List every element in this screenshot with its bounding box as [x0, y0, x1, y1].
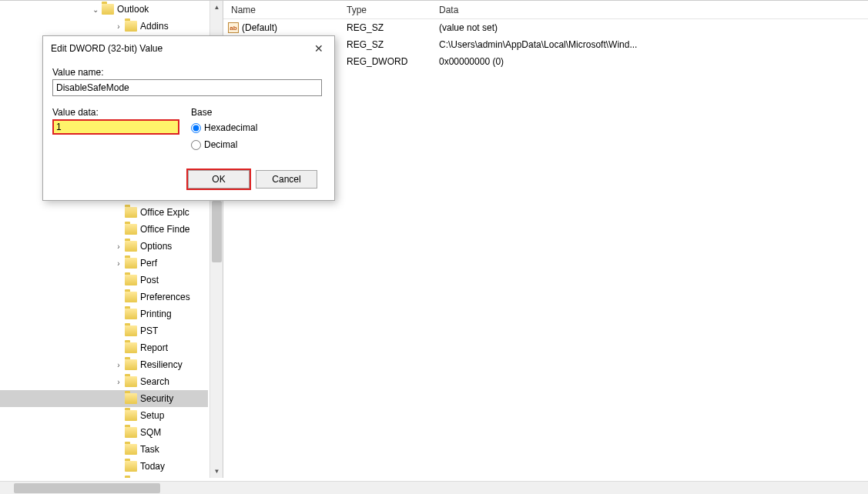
value-data-label: Value data: — [52, 107, 191, 118]
radio-hex-label: Hexadecimal — [204, 122, 257, 133]
chevron-right-icon[interactable]: › — [114, 360, 123, 369]
chevron-right-icon[interactable]: › — [114, 377, 123, 386]
dialog-title: Edit DWORD (32-bit) Value — [51, 43, 163, 54]
value-name: (Default) — [242, 22, 277, 33]
value-data: (value not set) — [439, 22, 868, 33]
folder-icon — [125, 376, 137, 387]
base-label: Base — [191, 107, 257, 118]
tree-item-outlook[interactable]: ⌄ Outlook — [0, 1, 208, 18]
value-name-label: Value name: — [52, 67, 325, 78]
radio-decimal[interactable]: Decimal — [191, 136, 257, 153]
tree-item[interactable]: ›Options — [0, 238, 208, 255]
radio-dec-input[interactable] — [191, 140, 201, 150]
radio-hexadecimal[interactable]: Hexadecimal — [191, 119, 257, 136]
folder-icon — [125, 359, 137, 370]
tree-item[interactable]: Today — [0, 458, 208, 475]
list-header: Name Type Data — [223, 1, 868, 19]
folder-icon — [125, 410, 137, 421]
scroll-up-icon[interactable]: ▲ — [210, 1, 223, 14]
value-type: REG_SZ — [347, 22, 439, 33]
value-data: 0x00000000 (0) — [439, 56, 868, 67]
tree-item[interactable]: UserInfo — [0, 475, 208, 478]
folder-icon — [125, 241, 137, 252]
folder-icon — [102, 4, 114, 15]
tree-item[interactable]: Printing — [0, 305, 208, 322]
chevron-down-icon[interactable]: ⌄ — [91, 5, 100, 14]
folder-icon — [125, 427, 137, 438]
tree-item[interactable]: Office Explc — [0, 204, 208, 221]
tree-item[interactable]: Setup — [0, 407, 208, 424]
value-data: C:\Users\admin\AppData\Local\Microsoft\W… — [439, 39, 868, 50]
folder-icon — [125, 309, 137, 319]
folder-icon — [125, 325, 137, 336]
horizontal-scrollbar[interactable] — [0, 481, 868, 494]
tree-label: Perf — [140, 258, 157, 269]
value-name-input[interactable] — [52, 79, 322, 96]
tree-label: Search — [140, 376, 169, 387]
ok-button[interactable]: OK — [188, 170, 250, 189]
value-type: REG_DWORD — [347, 56, 439, 67]
tree-item[interactable]: Office Finde — [0, 221, 208, 238]
scrollbar-thumb[interactable] — [212, 201, 222, 262]
tree-label: Options — [140, 241, 172, 252]
tree-label: PST — [140, 325, 158, 336]
folder-icon — [125, 275, 137, 285]
tree-label: Resiliency — [140, 359, 183, 370]
tree-label: Office Finde — [140, 224, 189, 235]
folder-icon — [125, 258, 137, 269]
tree-item-addins[interactable]: › Addins — [0, 18, 208, 35]
scroll-down-icon[interactable]: ▼ — [210, 465, 223, 478]
folder-icon — [125, 444, 137, 455]
tree-item[interactable]: SQM — [0, 424, 208, 441]
radio-hex-input[interactable] — [191, 123, 201, 133]
folder-icon — [125, 342, 137, 353]
tree-item[interactable]: ›Perf — [0, 255, 208, 272]
tree-label: Office Explc — [140, 207, 189, 218]
tree-item[interactable]: Preferences — [0, 289, 208, 305]
folder-icon — [125, 292, 137, 302]
folder-icon — [125, 224, 137, 235]
tree-label: Addins — [140, 21, 169, 32]
cancel-button[interactable]: Cancel — [256, 170, 317, 189]
tree-label: Today — [140, 461, 165, 472]
folder-icon — [125, 207, 137, 218]
tree-label: Post — [140, 275, 159, 285]
col-header-name[interactable]: Name — [223, 5, 347, 15]
tree-label: Report — [140, 342, 168, 353]
col-header-data[interactable]: Data — [439, 5, 868, 15]
folder-icon — [125, 393, 137, 404]
tree-label: Printing — [140, 309, 172, 319]
radio-dec-label: Decimal — [204, 139, 237, 150]
close-icon[interactable]: ✕ — [310, 41, 328, 56]
tree-label: Task — [140, 444, 159, 455]
tree-label: Setup — [140, 410, 164, 421]
dialog-titlebar[interactable]: Edit DWORD (32-bit) Value ✕ — [43, 36, 334, 58]
tree-item[interactable]: PST — [0, 322, 208, 339]
chevron-right-icon[interactable]: › — [114, 242, 123, 251]
tree-item[interactable]: Task — [0, 441, 208, 458]
value-type: REG_SZ — [347, 39, 439, 50]
value-data-input[interactable] — [52, 119, 179, 135]
tree-item[interactable]: Security — [0, 390, 208, 407]
string-value-icon: ab — [228, 22, 239, 33]
tree-item[interactable]: Report — [0, 339, 208, 356]
chevron-right-icon[interactable]: › — [114, 259, 123, 268]
scrollbar-thumb[interactable] — [14, 483, 160, 493]
tree-item[interactable]: ›Search — [0, 373, 208, 390]
tree-item[interactable]: ›Resiliency — [0, 356, 208, 373]
col-header-type[interactable]: Type — [347, 5, 439, 15]
list-row[interactable]: ab(Default)REG_SZ(value not set) — [223, 19, 868, 36]
folder-icon — [125, 21, 137, 32]
tree-item[interactable]: Post — [0, 272, 208, 289]
folder-icon — [125, 461, 137, 472]
chevron-right-icon[interactable]: › — [114, 22, 123, 31]
edit-dword-dialog: Edit DWORD (32-bit) Value ✕ Value name: … — [42, 35, 335, 201]
tree-label: Security — [140, 393, 173, 404]
tree-label: Preferences — [140, 292, 190, 302]
tree-label: Outlook — [117, 4, 149, 15]
tree-label: SQM — [140, 427, 161, 438]
